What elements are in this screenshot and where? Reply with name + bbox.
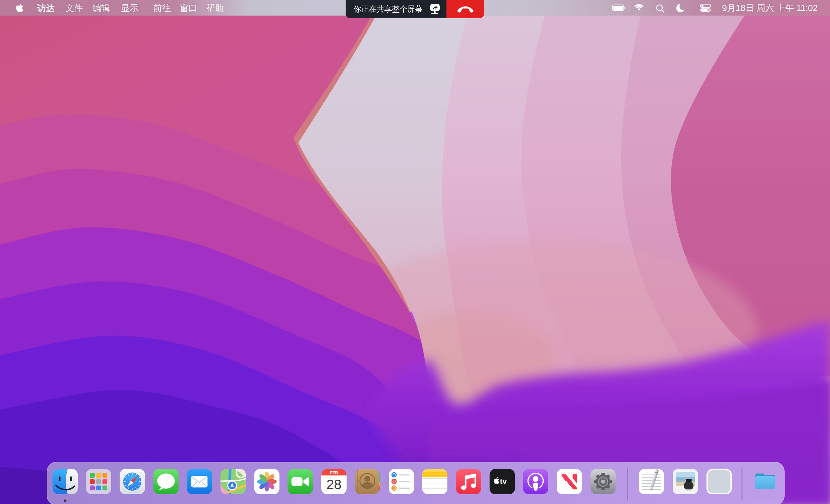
svg-text:28: 28 bbox=[326, 477, 342, 492]
svg-text:tv: tv bbox=[500, 477, 507, 485]
svg-text:FEB: FEB bbox=[330, 471, 338, 475]
